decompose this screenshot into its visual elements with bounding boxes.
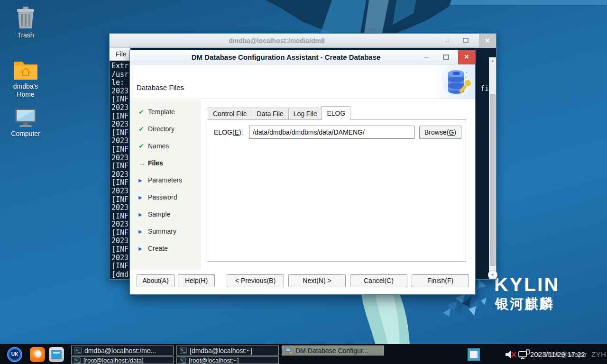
- firefox-icon: [33, 350, 42, 359]
- terminal-line: Extr: [111, 62, 129, 71]
- step-pending-icon: ▶: [138, 195, 148, 200]
- terminal-line: 2023: [111, 254, 129, 263]
- terminal-line: 2023: [111, 220, 129, 229]
- database-art: [432, 64, 475, 99]
- step-pending-icon: ▶: [138, 212, 148, 217]
- network-icon[interactable]: [518, 349, 530, 360]
- home-folder-icon: [12, 59, 39, 81]
- terminal-app-icon: >_: [74, 347, 82, 354]
- browse-button[interactable]: Browse(G): [419, 126, 461, 139]
- task-dm-configurator[interactable]: DM Database Configur...: [282, 346, 384, 355]
- elog-panel: ELOG(E): Browse(G): [207, 119, 466, 262]
- step-parameters: ▶Parameters: [130, 172, 201, 189]
- task-terminal-media-dm8[interactable]: >_ dmdba@localhost:/me...: [71, 346, 174, 355]
- volume-muted-icon[interactable]: [505, 349, 517, 360]
- terminal-line: 2023: [111, 120, 129, 129]
- terminal-line: 2023: [111, 137, 129, 146]
- terminal-title: dmdba@localhost:/media/dm8: [110, 34, 444, 48]
- task-terminal-dmdba-home[interactable]: >_ [dmdba@localhost:~]: [176, 346, 279, 355]
- step-files: →Files: [130, 155, 201, 172]
- scroll-down-icon[interactable]: ▼: [488, 271, 497, 279]
- terminal-line: [INF: [111, 196, 129, 204]
- terminal-maximize-button[interactable]: [463, 38, 469, 43]
- terminal-line: 2023: [111, 237, 129, 246]
- file-manager-launcher[interactable]: [49, 347, 64, 362]
- terminal-line: 2023: [111, 187, 129, 196]
- computer-icon: [13, 107, 38, 128]
- step-pending-icon: ▶: [138, 246, 148, 251]
- elog-path-input[interactable]: [249, 126, 414, 139]
- tab-elog[interactable]: ELOG: [322, 106, 350, 120]
- firefox-launcher[interactable]: [30, 347, 45, 362]
- terminal-titlebar[interactable]: dmdba@localhost:/media/dm8 – ×: [110, 34, 496, 48]
- show-desktop-button[interactable]: [468, 348, 480, 361]
- terminal-line: /usr: [111, 71, 129, 79]
- terminal-close-button[interactable]: ×: [479, 34, 496, 48]
- step-pending-icon: ▶: [138, 229, 148, 234]
- step-pending-icon: ▶: [138, 178, 148, 183]
- cancel-button[interactable]: Cancel(C): [350, 274, 407, 287]
- dialog-main: Control File Data File Log File ELOG ELO…: [201, 100, 475, 270]
- dm-app-icon: [285, 347, 293, 355]
- terminal-text-fragment: fi: [480, 84, 489, 93]
- desktop-icon-label: Trash: [1, 31, 50, 39]
- scrollbar-thumb[interactable]: [490, 94, 496, 266]
- step-current-icon: →: [138, 159, 148, 167]
- step-done-icon: ✔: [138, 142, 148, 150]
- tab-log-file[interactable]: Log File: [289, 108, 322, 120]
- dialog-header: Database Files: [130, 64, 475, 99]
- database-wrench-icon: [438, 66, 473, 99]
- elog-label: ELOG(E):: [214, 128, 243, 136]
- next-button[interactable]: Next(N) >: [288, 274, 346, 287]
- step-sample: ▶Sample: [130, 206, 201, 223]
- desktop-icon-computer[interactable]: Computer: [1, 107, 50, 138]
- kylin-logo-subtitle: 银河麒麟: [495, 295, 554, 314]
- finish-button[interactable]: Finish(F): [412, 274, 469, 287]
- page-title: Database Files: [137, 83, 184, 91]
- task-terminal-root-home[interactable]: >_ [root@localhost:~]: [176, 356, 279, 364]
- terminal-line: [INF: [111, 129, 129, 137]
- start-menu-button[interactable]: UK: [7, 347, 22, 362]
- terminal-line: [INF: [111, 262, 129, 271]
- dialog-minimize-button[interactable]: –: [423, 53, 430, 61]
- terminal-output: Extr /usr le: 2023 [INF 2023 [INF 2023 […: [111, 62, 129, 279]
- step-done-icon: ✔: [138, 108, 148, 116]
- step-create: ▶Create: [130, 240, 201, 257]
- trash-icon: [13, 6, 38, 29]
- task-terminal-root-data[interactable]: >_ [root@localhost:/data]: [71, 356, 174, 364]
- step-done-icon: ✔: [138, 125, 148, 133]
- desktop-icon-trash[interactable]: Trash: [1, 6, 50, 39]
- terminal-app-icon: >_: [180, 357, 186, 364]
- dialog-body: ✔Template ✔Directory ✔Names →Files ▶Para…: [130, 100, 475, 270]
- terminal-line: 2023: [111, 154, 129, 163]
- wizard-steps: ✔Template ✔Directory ✔Names →Files ▶Para…: [130, 100, 201, 270]
- about-button[interactable]: About(A): [137, 274, 175, 287]
- terminal-line: [INF: [111, 146, 129, 154]
- terminal-line: [INF: [111, 112, 129, 121]
- tab-data-file[interactable]: Data File: [252, 108, 289, 120]
- terminal-line: [INF: [111, 95, 129, 104]
- terminal-app-icon: >_: [180, 347, 187, 354]
- dialog-maximize-button[interactable]: [443, 55, 449, 60]
- terminal-line: [INF: [111, 246, 129, 254]
- scroll-up-icon[interactable]: ▲: [489, 58, 496, 63]
- dialog-close-button[interactable]: ×: [458, 50, 475, 64]
- terminal-app-icon: >_: [74, 357, 81, 364]
- csdn-watermark: CSDN @Major_ZYH: [537, 345, 606, 364]
- desktop: Trash dmdba's Home Computer: [0, 0, 607, 364]
- terminal-line: [INF: [111, 229, 129, 237]
- terminal-scrollbar[interactable]: ▲ ▼: [489, 57, 496, 279]
- desktop-icon-label: dmdba's Home: [1, 82, 50, 99]
- taskbar: UK >_ dmdba@localhost:/me... >_ [dmdba@l…: [0, 344, 607, 364]
- help-button[interactable]: Help(H): [178, 274, 215, 287]
- step-directory: ✔Directory: [130, 120, 201, 137]
- file-tabs: Control File Data File Log File ELOG: [208, 107, 350, 120]
- terminal-minimize-button[interactable]: –: [443, 36, 451, 45]
- desktop-icon-home[interactable]: dmdba's Home: [1, 59, 50, 99]
- step-password: ▶Password: [130, 189, 201, 206]
- terminal-menu-file[interactable]: File: [110, 48, 130, 61]
- tab-control-file[interactable]: Control File: [208, 108, 252, 120]
- terminal-line: 2023: [111, 171, 129, 179]
- previous-button[interactable]: < Previous(B): [227, 274, 284, 287]
- dialog-titlebar[interactable]: DM Database Configuration Assistant - Cr…: [130, 50, 475, 64]
